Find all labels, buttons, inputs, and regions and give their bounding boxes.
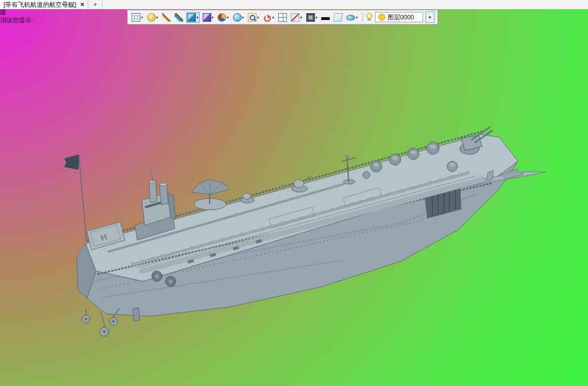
zoom-area-button[interactable]: ▾ [247,12,261,23]
zoom-area-icon [248,13,256,22]
zoom-fit-icon [132,13,140,22]
app-window: [带有飞机航道的航空母舰] × + 建 消这些提示· ▾▾▾▾▾▾▾▾▾▾▾ 图… [0,0,588,386]
zoom-fit-button[interactable]: ▾ [131,12,144,23]
reference-plane-icon [333,13,343,22]
color-wheel-button[interactable]: ▾ [216,12,230,23]
view-toolbar: ▾▾▾▾▾▾▾▾▾▾▾ 图层0000 ▾ [127,10,438,25]
shaded-view-button[interactable]: ▾ [186,12,200,23]
layer-selector[interactable]: 图层0000 [375,12,423,22]
toolbar-separator [362,13,363,22]
rotate-view-button[interactable]: ▾ [262,12,276,23]
flag [64,154,79,170]
paintbrush-button[interactable] [173,12,184,23]
dropdown-arrow-icon[interactable]: ▾ [315,15,318,19]
scene-icon [233,13,242,22]
appearance-button[interactable]: ▾ [146,12,160,23]
hint-line-2: 消这些提示· [0,16,34,24]
document-tab[interactable]: [带有飞机航道的航空母舰] × [0,0,88,9]
rotate-view-icon [263,13,272,22]
dropdown-arrow-icon[interactable]: ▾ [242,15,244,19]
dropdown-arrow-icon[interactable]: ▾ [212,15,214,19]
visibility-icon [346,15,355,21]
section-view-button[interactable]: ▾ [290,12,303,23]
appearance-icon [147,13,156,22]
dropdown-arrow-icon[interactable]: ▾ [141,15,143,19]
line-width-icon [321,17,330,20]
scene-button[interactable]: ▾ [232,12,246,23]
reference-plane-button[interactable] [333,12,344,23]
color-wheel-icon [218,13,226,22]
line-width-button[interactable] [320,13,331,21]
paintbrush-icon [175,13,183,22]
propellers [82,315,117,336]
document-tab-title: [带有飞机航道的航空母舰] [3,1,76,9]
tab-bar: [带有飞机航道的航空母舰] × + [0,0,588,10]
display-settings-icon [306,13,315,22]
dropdown-arrow-icon[interactable]: ▾ [300,15,302,19]
display-settings-button[interactable]: ▾ [305,12,319,23]
dropdown-arrow-icon[interactable]: ▾ [227,15,229,19]
dropdown-arrow-icon[interactable]: ▾ [356,15,358,19]
shaded-view-icon [187,13,196,22]
display-style-button[interactable]: ▾ [202,12,215,23]
carrier-model[interactable]: H [0,9,588,386]
viewport-split-icon [278,13,287,22]
visibility-button[interactable]: ▾ [345,13,359,22]
section-view-icon [291,13,299,22]
dropdown-arrow-icon[interactable]: ▾ [257,15,259,19]
lightbulb-icon[interactable] [366,13,373,21]
tab-close-icon[interactable]: × [80,1,84,9]
hint-line-1: 建 [0,9,34,16]
pen-button[interactable] [161,12,172,23]
display-style-icon [203,13,211,22]
viewport-split-button[interactable] [277,12,288,23]
pen-icon [162,13,171,22]
dropdown-arrow-icon[interactable]: ▾ [156,15,159,19]
hint-text: 建 消这些提示· [0,9,34,24]
dropdown-arrow-icon[interactable]: ▾ [196,15,199,19]
layer-color-icon [378,14,385,21]
new-tab-button[interactable]: + [88,0,102,9]
layer-dropdown-icon[interactable]: ▾ [425,11,435,23]
toolbar-icon-group: ▾▾▾▾▾▾▾▾▾▾▾ [131,12,359,23]
viewport-3d[interactable]: 建 消这些提示· ▾▾▾▾▾▾▾▾▾▾▾ 图层0000 ▾ [0,9,588,386]
layer-label: 图层0000 [388,13,414,22]
